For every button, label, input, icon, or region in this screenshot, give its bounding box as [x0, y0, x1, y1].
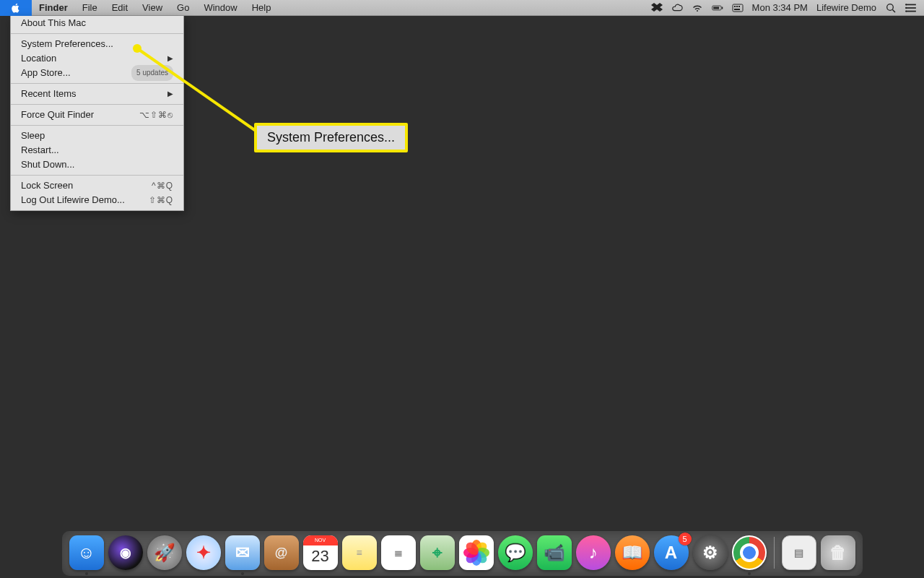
menu-recent-items[interactable]: Recent Items▶: [11, 87, 183, 101]
menu-separator: [11, 104, 183, 105]
app-menu-items: Finder File Edit View Go Window Help: [32, 0, 278, 15]
apple-menu-dropdown: About This Mac System Preferences... Loc…: [10, 16, 184, 211]
annotation-callout: System Preferences...: [254, 123, 408, 152]
menu-restart[interactable]: Restart...: [11, 143, 183, 158]
dock-appstore[interactable]: A5: [654, 535, 689, 570]
apple-icon: [11, 3, 21, 13]
running-indicator: [85, 572, 88, 575]
dock-trash[interactable]: 🗑: [821, 535, 855, 570]
spotlight-icon[interactable]: [885, 3, 897, 13]
dock-maps[interactable]: ⌖: [420, 535, 455, 570]
shortcut-label: ⇧⌘Q: [149, 193, 173, 207]
menu-log-out[interactable]: Log Out Lifewire Demo...⇧⌘Q: [11, 193, 183, 207]
dock-launchpad[interactable]: 🚀: [147, 535, 182, 570]
dock-itunes[interactable]: ♪: [576, 535, 611, 570]
menubar: Finder File Edit View Go Window Help Mon…: [0, 0, 924, 16]
apple-menu-button[interactable]: [0, 0, 32, 16]
menu-shut-down[interactable]: Shut Down...: [11, 158, 183, 172]
dock-separator: [774, 537, 775, 569]
menu-go[interactable]: Go: [170, 0, 196, 16]
dock-notes[interactable]: ≡: [342, 535, 377, 570]
dock-photos[interactable]: [459, 535, 494, 570]
calendar-day-label: 23: [311, 547, 328, 566]
svg-rect-1: [713, 7, 719, 9]
menu-window[interactable]: Window: [196, 0, 244, 16]
dock-document[interactable]: ▤: [782, 535, 816, 570]
dock-container: ☺ ◉ 🚀 ✦ ✉ @ NOV 23 ≡ ≣ ⌖ 💬 📹 ♪: [0, 525, 924, 578]
shortcut-label: ⌥⇧⌘⎋: [139, 108, 173, 122]
menu-edit[interactable]: Edit: [105, 0, 135, 16]
menu-separator: [11, 175, 183, 176]
menu-system-preferences[interactable]: System Preferences...: [11, 37, 183, 51]
photos-icon: [463, 540, 489, 566]
dock-reminders[interactable]: ≣: [381, 535, 416, 570]
menu-force-quit[interactable]: Force Quit Finder⌥⇧⌘⎋: [11, 108, 183, 122]
dock-messages[interactable]: 💬: [498, 535, 533, 570]
updates-badge: 5 updates: [131, 65, 173, 81]
menu-separator: [11, 125, 183, 126]
menubar-status-area: Mon 3:34 PM Lifewire Demo: [651, 2, 924, 13]
svg-rect-5: [736, 6, 738, 7]
svg-point-8: [887, 4, 894, 10]
menu-location[interactable]: Location▶: [11, 51, 183, 66]
shortcut-label: ^⌘Q: [152, 178, 173, 193]
svg-line-9: [893, 9, 896, 12]
dock-finder[interactable]: ☺: [69, 535, 104, 570]
dock-mail[interactable]: ✉: [225, 535, 260, 570]
menubar-user[interactable]: Lifewire Demo: [816, 2, 876, 13]
svg-rect-4: [734, 6, 736, 7]
calendar-month-label: NOV: [303, 535, 338, 545]
svg-rect-2: [721, 7, 722, 9]
dock-calendar[interactable]: NOV 23: [303, 535, 338, 570]
submenu-arrow-icon: ▶: [167, 87, 173, 101]
running-indicator: [241, 572, 244, 575]
menu-sleep[interactable]: Sleep: [11, 129, 183, 143]
svg-point-15: [905, 10, 907, 12]
creative-cloud-icon[interactable]: [671, 3, 683, 13]
menu-app-store[interactable]: App Store...5 updates: [11, 66, 183, 80]
dock-siri[interactable]: ◉: [108, 535, 143, 570]
menu-separator: [11, 83, 183, 84]
menu-about-this-mac[interactable]: About This Mac: [11, 16, 183, 30]
menu-lock-screen[interactable]: Lock Screen^⌘Q: [11, 178, 183, 193]
dropbox-icon[interactable]: [651, 3, 663, 13]
menubar-clock[interactable]: Mon 3:34 PM: [752, 2, 808, 13]
dock-system-preferences[interactable]: ⚙: [693, 535, 728, 570]
menu-view[interactable]: View: [135, 0, 170, 16]
svg-rect-7: [734, 9, 740, 10]
menu-file[interactable]: File: [75, 0, 105, 16]
annotation-text: System Preferences...: [267, 130, 395, 144]
running-indicator: [748, 572, 751, 575]
appstore-badge: 5: [679, 532, 692, 545]
dock-ibooks[interactable]: 📖: [615, 535, 650, 570]
svg-rect-3: [733, 4, 743, 12]
menu-app-name[interactable]: Finder: [32, 0, 75, 16]
dock-chrome[interactable]: [732, 535, 767, 570]
submenu-arrow-icon: ▶: [167, 51, 173, 66]
dock-contacts[interactable]: @: [264, 535, 299, 570]
menu-separator: [11, 33, 183, 34]
dock: ☺ ◉ 🚀 ✦ ✉ @ NOV 23 ≡ ≣ ⌖ 💬 📹 ♪: [62, 531, 863, 576]
keyboard-layout-icon[interactable]: [732, 3, 744, 13]
wifi-icon[interactable]: [692, 3, 703, 13]
chrome-icon: [733, 537, 765, 569]
battery-icon[interactable]: [712, 3, 723, 13]
svg-point-14: [905, 7, 907, 8]
svg-point-13: [905, 4, 907, 5]
dock-safari[interactable]: ✦: [186, 535, 221, 570]
menu-help[interactable]: Help: [245, 0, 279, 16]
dock-facetime[interactable]: 📹: [537, 535, 572, 570]
notification-center-icon[interactable]: [905, 3, 917, 13]
svg-rect-6: [738, 6, 740, 7]
